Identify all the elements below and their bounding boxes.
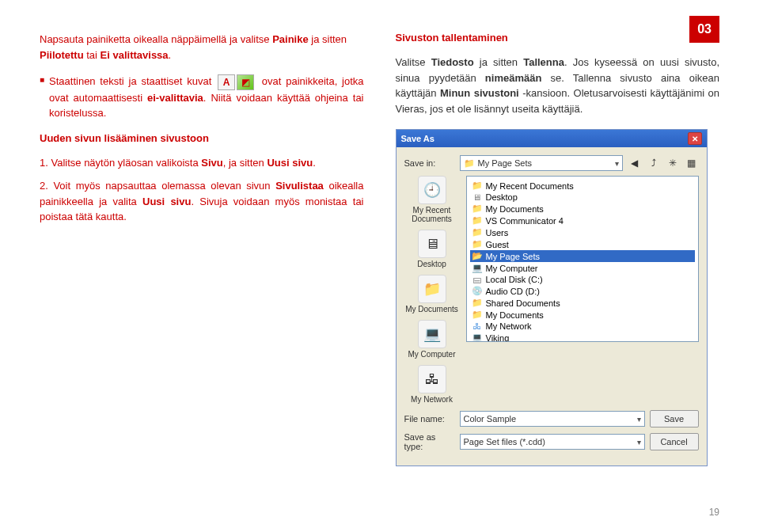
places-mycomputer[interactable]: 💻My Computer (404, 320, 460, 359)
file-item-icon: 📁 (472, 215, 483, 226)
file-item-icon: 💻 (472, 332, 483, 342)
mydocs-icon: 📁 (418, 275, 446, 303)
left-column: Napsauta painiketta oikealla näppäimellä… (40, 32, 364, 466)
file-item-label: My Documents (486, 310, 544, 320)
places-label: Desktop (417, 260, 446, 268)
file-item[interactable]: 📁Guest (470, 238, 695, 250)
file-item[interactable]: 📁My Documents (470, 309, 695, 321)
places-mydocs[interactable]: 📁My Documents (404, 275, 460, 314)
chevron-down-icon: ▾ (637, 415, 641, 424)
file-item[interactable]: 🖥Desktop (470, 192, 695, 203)
file-item[interactable]: 🖧My Network (470, 321, 695, 332)
recent-icon: 🕘 (418, 176, 446, 204)
step-2-bold-b: Sivulistaa (275, 180, 324, 192)
file-item-icon: 🖴 (472, 275, 483, 284)
file-item-label: My Network (486, 321, 532, 331)
file-item[interactable]: 📁Shared Documents (470, 297, 695, 309)
file-item-icon: 🖧 (472, 321, 483, 331)
places-mynetwork[interactable]: 🖧My Network (404, 365, 460, 404)
intro-text-7: . (169, 49, 172, 61)
file-item-label: Shared Documents (486, 298, 560, 308)
file-item-icon: 📁 (472, 310, 483, 320)
file-item-label: VS Communicator 4 (486, 216, 564, 226)
inline-toolbar-icons: A ◩ (218, 74, 254, 90)
up-icon[interactable]: ⤴ (647, 156, 661, 170)
intro-text-1: Napsauta painiketta oikealla näppäimellä… (40, 33, 272, 45)
views-icon[interactable]: ▦ (685, 156, 699, 170)
file-item-icon: 📁 (472, 180, 483, 191)
file-item-label: My Documents (486, 204, 544, 214)
intro-bold-ei-valittavissa: Ei valittavissa (101, 49, 169, 61)
save-button[interactable]: Save (650, 410, 699, 428)
file-item-label: My Page Sets (486, 252, 540, 261)
file-item-icon: 📁 (472, 298, 483, 308)
file-item[interactable]: 💻My Computer (470, 262, 695, 274)
places-recent[interactable]: 🕘My Recent Documents (404, 176, 460, 223)
file-item-label: Guest (486, 240, 509, 249)
new-folder-icon[interactable]: ✳ (666, 156, 680, 170)
step-1-text-c: , ja sitten (223, 157, 268, 169)
file-item-label: Local Disk (C:) (486, 275, 543, 284)
file-item-icon: 🖥 (472, 192, 483, 202)
file-list[interactable]: 📁My Recent Documents🖥Desktop📁My Document… (466, 176, 699, 342)
file-item-label: My Recent Documents (486, 181, 574, 191)
step-2: 2. Voit myös napsauttaa olemassa olevan … (40, 178, 364, 225)
file-item[interactable]: 🖴Local Disk (C:) (470, 274, 695, 285)
bullet-text-1: Staattinen teksti ja staattiset kuvat (49, 75, 216, 87)
file-item[interactable]: 💻Viking (470, 332, 695, 342)
filename-value: Color Sample (464, 414, 517, 424)
step-2-number: 2. (40, 180, 48, 192)
chevron-down-icon: ▾ (637, 438, 641, 446)
dialog-title: Save As (401, 134, 435, 143)
desktop-icon: 🖥 (418, 230, 446, 258)
filetype-label: Save as type: (404, 432, 455, 451)
savein-value: My Page Sets (478, 158, 532, 168)
file-item-icon: 📁 (472, 203, 483, 214)
file-item-label: Desktop (486, 192, 518, 202)
back-icon[interactable]: ◀ (628, 156, 642, 170)
file-item-icon: 📁 (472, 239, 483, 249)
file-item[interactable]: 📁My Documents (470, 203, 695, 215)
rb-0: Valitse (396, 56, 431, 68)
right-body-paragraph: Valitse Tiedosto ja sitten Tallenna. Jos… (396, 55, 720, 116)
step-1-text-a: Valitse näytön yläosan valikoista (51, 157, 201, 169)
mynetwork-icon: 🖧 (418, 365, 446, 393)
file-item[interactable]: 📂My Page Sets (470, 250, 695, 262)
step-1-bold-b: Sivu (201, 157, 222, 169)
bullet-bold-ei-valittavia: ei-valittavia (147, 92, 203, 104)
rb-7: Minun sivustoni (440, 87, 519, 99)
filetype-dropdown[interactable]: Page Set files (*.cdd) ▾ (460, 434, 645, 450)
places-label: My Network (411, 395, 453, 404)
mycomputer-icon: 💻 (418, 320, 446, 348)
dialog-toolbar: ◀ ⤴ ✳ ▦ (628, 156, 699, 170)
places-label: My Computer (408, 350, 455, 359)
file-item[interactable]: 📁My Recent Documents (470, 180, 695, 192)
places-desktop[interactable]: 🖥Desktop (404, 230, 460, 268)
folder-icon: 📁 (464, 158, 475, 169)
file-item-label: My Computer (486, 264, 538, 273)
close-icon[interactable]: ✕ (688, 132, 702, 145)
section-heading-right: Sivuston tallentaminen (396, 32, 720, 44)
save-as-dialog: Save As ✕ Save in: 📁 My Page Sets ▾ ◀ ⤴ … (396, 129, 708, 466)
filename-input[interactable]: Color Sample ▾ (460, 411, 645, 427)
dialog-titlebar: Save As ✕ (397, 130, 707, 147)
file-item-label: Users (486, 228, 509, 238)
filename-label: File name: (404, 414, 455, 424)
filetype-value: Page Set files (*.cdd) (464, 437, 545, 446)
rb-1: Tiedosto (431, 56, 474, 68)
savein-dropdown[interactable]: 📁 My Page Sets ▾ (460, 155, 623, 171)
file-item[interactable]: 📁VS Communicator 4 (470, 215, 695, 226)
page-section-badge: 03 (689, 16, 719, 43)
intro-bold-painike: Painike (272, 33, 309, 45)
step-1-bold-d: Uusi sivu (267, 157, 313, 169)
places-label: My Documents (405, 305, 458, 314)
right-column: Sivuston tallentaminen Valitse Tiedosto … (396, 32, 720, 466)
step-2-text-a: Voit myös napsauttaa olemassa olevan siv… (53, 180, 275, 192)
file-item[interactable]: 📁Users (470, 226, 695, 238)
cancel-button[interactable]: Cancel (650, 433, 699, 450)
step-1-text-e: . (313, 157, 316, 169)
step-2-bold-d: Uusi sivu (142, 196, 191, 207)
intro-text-5: tai (84, 49, 101, 61)
file-item[interactable]: 💿Audio CD (D:) (470, 285, 695, 297)
step-1: 1. Valitse näytön yläosan valikoista Siv… (40, 155, 364, 171)
